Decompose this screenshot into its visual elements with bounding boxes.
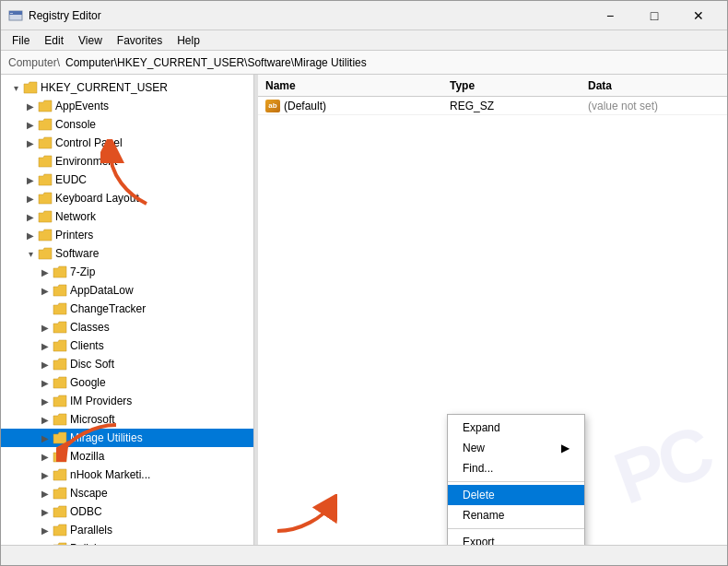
address-label: Computer\ (8, 56, 60, 69)
tree-item-discsoft[interactable]: ▶ Disc Soft (1, 355, 253, 373)
ctx-separator-1 (448, 481, 584, 482)
tree-item-console[interactable]: ▶ Console (1, 115, 253, 134)
toggle-controlpanel[interactable]: ▶ (23, 138, 38, 148)
toggle-google[interactable]: ▶ (38, 378, 53, 388)
reg-value-icon: ab (265, 100, 280, 112)
tree-item-controlpanel[interactable]: ▶ Control Panel (1, 134, 253, 152)
toggle-improviders[interactable]: ▶ (38, 396, 53, 407)
context-menu: Expand New ▶ Find... Delete Rename (447, 414, 585, 545)
tree-item-parallels[interactable]: ▶ Parallels (1, 521, 253, 539)
tree-item-microsoft[interactable]: ▶ Microsoft (1, 410, 253, 429)
col-data-header: Data (588, 79, 720, 92)
folder-icon-classes (53, 320, 67, 335)
toggle-keyboardlayout[interactable]: ▶ (23, 194, 38, 204)
toggle-discsoft[interactable]: ▶ (38, 360, 53, 370)
menu-file[interactable]: File (5, 32, 37, 49)
tree-item-clients[interactable]: ▶ Clients (1, 336, 253, 355)
tree-item-google[interactable]: ▶ Google (1, 373, 253, 392)
tree-item-nscape[interactable]: ▶ Nscape (1, 484, 253, 502)
toggle-odbc[interactable]: ▶ (38, 507, 53, 517)
toggle-clients[interactable]: ▶ (38, 341, 53, 351)
menu-favorites[interactable]: Favorites (110, 32, 170, 49)
tree-item-classes[interactable]: ▶ Classes (1, 318, 253, 336)
tree-item-7zip[interactable]: ▶ 7-Zip (1, 263, 253, 281)
app-icon (8, 8, 23, 23)
tree-pane[interactable]: ▾ HKEY_CURRENT_USER ▶ AppEvents ▶ (1, 75, 254, 545)
tree-label-clients: Clients (70, 339, 104, 352)
toggle-appdatalow[interactable]: ▶ (38, 286, 53, 296)
tree-label-network: Network (55, 210, 96, 223)
tree-item-appevents[interactable]: ▶ AppEvents (1, 97, 253, 115)
tree-label-google: Google (70, 376, 106, 389)
toggle-parallels[interactable]: ▶ (38, 525, 53, 536)
tree-item-software[interactable]: ▾ Software (1, 244, 253, 263)
toggle-microsoft[interactable]: ▶ (38, 415, 53, 425)
tree-label-nscape: Nscape (70, 487, 108, 500)
tree-item-policies[interactable]: ▶ Policies (1, 539, 253, 545)
toggle-console[interactable]: ▶ (23, 120, 38, 130)
toggle-hkcu[interactable]: ▾ (8, 83, 23, 93)
toggle-network[interactable]: ▶ (23, 212, 38, 222)
toggle-eudc[interactable]: ▶ (23, 175, 38, 185)
menu-view[interactable]: View (71, 32, 110, 49)
col-type-header: Type (450, 79, 588, 92)
detail-row[interactable]: ab (Default) REG_SZ (value not set) (258, 97, 727, 115)
toggle-software[interactable]: ▾ (23, 249, 38, 259)
tree-item-environment[interactable]: Environment (1, 152, 253, 171)
tree-item-odbc[interactable]: ▶ ODBC (1, 502, 253, 521)
toggle-hookmarketi[interactable]: ▶ (38, 470, 53, 480)
toggle-mirageutilities[interactable]: ▶ (38, 433, 53, 443)
address-path: Computer\HKEY_CURRENT_USER\Software\Mira… (65, 56, 367, 69)
close-button[interactable]: ✕ (677, 1, 720, 30)
toggle-mozilla[interactable]: ▶ (38, 452, 53, 462)
tree-item-keyboardlayout[interactable]: ▶ Keyboard Layout (1, 189, 253, 207)
toggle-7zip[interactable]: ▶ (38, 267, 53, 277)
ctx-delete[interactable]: Delete (448, 485, 584, 505)
toggle-classes[interactable]: ▶ (38, 323, 53, 333)
folder-icon-software (38, 246, 53, 261)
ctx-rename[interactable]: Rename (448, 505, 584, 525)
tree-label-microsoft: Microsoft (70, 413, 115, 426)
tree-item-improviders[interactable]: ▶ IM Providers (1, 392, 253, 410)
tree-item-changetracker[interactable]: ChangeTracker (1, 300, 253, 318)
tree-label-hkcu: HKEY_CURRENT_USER (41, 81, 168, 94)
folder-icon-google (53, 375, 67, 390)
folder-icon-odbc (53, 504, 67, 519)
tree-item-appdatalow[interactable]: ▶ AppDataLow (1, 281, 253, 300)
toggle-nscape[interactable]: ▶ (38, 489, 53, 499)
folder-icon-mirageutilities (53, 430, 67, 445)
window-title: Registry Editor (29, 9, 589, 22)
tree-label-changetracker: ChangeTracker (70, 302, 146, 315)
toggle-printers[interactable]: ▶ (23, 230, 38, 241)
tree-item-eudc[interactable]: ▶ EUDC (1, 171, 253, 189)
tree-item-printers[interactable]: ▶ Printers (1, 226, 253, 244)
tree-label-classes: Classes (70, 321, 110, 334)
svg-rect-2 (10, 13, 13, 14)
detail-pane: PC Name Type Data ab (Default) REG_SZ (v… (258, 75, 727, 545)
status-bar (1, 545, 727, 565)
ctx-expand[interactable]: Expand (448, 418, 584, 438)
minimize-button[interactable]: − (589, 1, 631, 30)
toggle-appevents[interactable]: ▶ (23, 101, 38, 112)
tree-item-network[interactable]: ▶ Network (1, 207, 253, 226)
folder-icon-7zip (53, 265, 67, 279)
tree-item-hkcu[interactable]: ▾ HKEY_CURRENT_USER (1, 78, 253, 97)
menu-bar: File Edit View Favorites Help (1, 30, 727, 51)
folder-icon-policies (53, 541, 67, 545)
tree-label-software: Software (55, 247, 99, 260)
row-name: ab (Default) (265, 100, 450, 112)
menu-edit[interactable]: Edit (37, 32, 71, 49)
ctx-find[interactable]: Find... (448, 458, 584, 478)
ctx-export[interactable]: Export (448, 532, 584, 545)
address-bar: Computer\ Computer\HKEY_CURRENT_USER\Sof… (1, 51, 727, 75)
ctx-new[interactable]: New ▶ (448, 438, 584, 458)
maximize-button[interactable]: □ (633, 1, 675, 30)
menu-help[interactable]: Help (170, 32, 207, 49)
toggle-policies[interactable]: ▶ (38, 544, 53, 546)
folder-icon-controlpanel (38, 136, 53, 150)
folder-icon-microsoft (53, 412, 67, 427)
tree-item-mozilla[interactable]: ▶ Mozilla (1, 447, 253, 466)
tree-item-hookmarketi[interactable]: ▶ nHook Marketi... (1, 466, 253, 484)
tree-item-mirageutilities[interactable]: ▶ Mirage Utilities (1, 429, 253, 447)
tree-label-eudc: EUDC (55, 173, 87, 186)
